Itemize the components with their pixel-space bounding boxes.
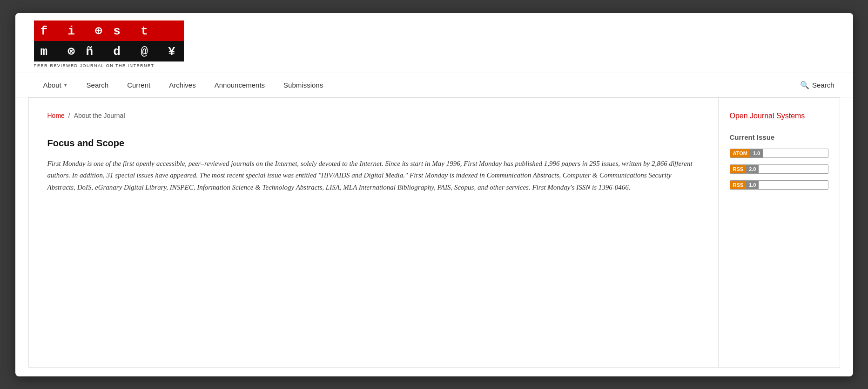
feed-badges: ATOM 1.0 RSS 2.0 RSS 1.0 [730, 149, 828, 194]
search-icon: 🔍 [800, 81, 809, 89]
site-header: f i ⊕ s t m ⊗ ñ d @ ¥ PEER-REVIEWED JOUR… [15, 13, 853, 73]
rss2-feed-badge[interactable]: RSS 2.0 [730, 164, 828, 174]
rss1-feed-label: RSS [730, 181, 747, 189]
content-area: Home / About the Journal Focus and Scope… [29, 98, 719, 367]
atom-feed-version: 1.0 [750, 149, 763, 157]
brand-italic-4: First Monday [532, 184, 570, 191]
nav-item-announcements[interactable]: Announcements [205, 74, 274, 96]
nav-item-about[interactable]: About ▼ [34, 74, 77, 96]
nav-item-archives[interactable]: Archives [160, 74, 205, 96]
nav-item-submissions[interactable]: Submissions [274, 74, 332, 96]
logo-bottom-text: m ⊗ ñ d @ ¥ [40, 44, 177, 59]
logo-tagline: PEER-REVIEWED JOURNAL ON THE INTERNET [34, 63, 184, 68]
nav-item-search[interactable]: Search [77, 74, 118, 96]
breadcrumb-separator: / [68, 112, 70, 119]
breadcrumb-home-link[interactable]: Home [47, 112, 65, 119]
rss2-feed-label: RSS [730, 165, 747, 173]
current-issue-label: Current Issue [730, 133, 828, 141]
atom-feed-label: ATOM [730, 149, 750, 157]
oj-systems-link[interactable]: Open Journal Systems [730, 112, 828, 120]
index-list: Communication Abstracts, Computer & Comm… [47, 171, 672, 191]
rss2-feed-version: 2.0 [746, 165, 759, 173]
rss1-feed-version: 1.0 [746, 181, 759, 189]
atom-feed-badge[interactable]: ATOM 1.0 [730, 149, 828, 158]
main-wrapper: Home / About the Journal Focus and Scope… [28, 97, 840, 368]
nav-bar: About ▼ Search Current Archives Announce… [15, 73, 853, 97]
section-title: Focus and Scope [47, 138, 700, 149]
logo-top-text: f i ⊕ s t [40, 23, 150, 38]
logo-bottom-row: m ⊗ ñ d @ ¥ [34, 41, 184, 61]
about-dropdown-arrow: ▼ [63, 82, 68, 88]
site-logo[interactable]: f i ⊕ s t m ⊗ ñ d @ ¥ PEER-REVIEWED JOUR… [34, 20, 184, 68]
brand-italic-1: First Monday [47, 160, 86, 167]
rss1-feed-badge[interactable]: RSS 1.0 [730, 180, 828, 190]
article-body: First Monday is one of the first openly … [47, 158, 700, 194]
brand-italic-3: First Monday [410, 171, 448, 179]
nav-links: About ▼ Search Current Archives Announce… [34, 74, 800, 96]
brand-italic-2: First Monday [464, 160, 502, 167]
search-label: Search [812, 81, 834, 89]
sidebar: Open Journal Systems Current Issue ATOM … [719, 98, 840, 367]
logo-top-row: f i ⊕ s t [34, 20, 184, 41]
nav-search[interactable]: 🔍 Search [800, 73, 834, 97]
breadcrumb: Home / About the Journal [47, 112, 700, 119]
breadcrumb-current: About the Journal [74, 112, 125, 119]
nav-item-current[interactable]: Current [118, 74, 160, 96]
